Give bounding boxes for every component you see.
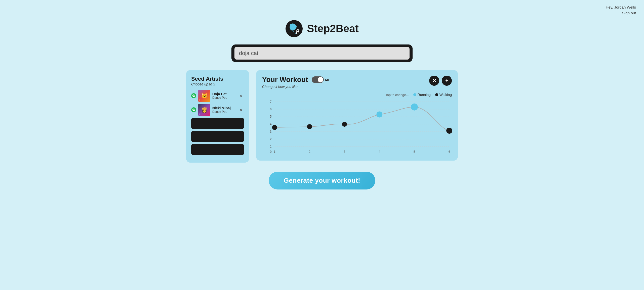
walking-label: Walking [439,93,452,97]
chart-legend: Tap to change... Running Walking [262,93,452,97]
workout-title-group: Your Workout MI Change it how you like [262,76,329,89]
app-title: Step2Beat [307,23,358,35]
running-label: Running [418,93,431,97]
artist-item-nicki: 👸 ♪ Nicki Minaj Dance Pop ✕ [191,104,244,116]
svg-text:2: 2 [309,150,310,154]
workout-title: Your Workout [262,76,308,84]
add-workout-button[interactable]: + [442,76,452,86]
app-header: Step2Beat [285,20,358,37]
artist-info-nicki: Nicki Minaj Dance Pop [212,106,236,114]
spotify-icon-doja [191,93,196,98]
top-bar: Hey, Jordan Wells Sign out [0,0,644,16]
artist-genre-nicki: Dance Pop [212,110,236,114]
seed-artists-subtitle: Choose up to 5 [191,82,244,86]
svg-text:0: 0 [270,150,272,154]
seed-artists-title: Seed Artists [191,76,244,82]
chart-point-4[interactable] [376,112,382,118]
toggle-container[interactable]: MI [312,76,329,83]
workout-actions: ✕ + [429,76,452,86]
search-wrapper [231,44,413,62]
greeting-text: Hey, Jordan Wells [606,5,636,10]
artist-genre-doja: Dance Pop [212,96,236,100]
search-container [231,44,413,62]
mi-toggle[interactable] [312,76,324,83]
search-input[interactable] [234,47,410,60]
workout-chart[interactable]: 7 6 5 4 3 2 1 0 1 2 3 4 5 6 [262,99,452,154]
chart-point-5[interactable] [411,104,418,111]
user-info: Hey, Jordan Wells Sign out [606,5,636,16]
svg-text:5: 5 [414,150,415,154]
svg-text:7: 7 [270,100,272,104]
tap-hint: Tap to change... [385,93,409,97]
app-logo-icon [285,20,303,37]
spotify-icon-nicki [191,107,196,112]
close-workout-button[interactable]: ✕ [429,76,439,86]
workout-header: Your Workout MI Change it how you like ✕… [262,76,452,89]
chart-point-2[interactable] [307,124,312,129]
remove-nicki-button[interactable]: ✕ [238,107,244,113]
generate-workout-button[interactable]: Generate your workout! [269,172,375,189]
empty-slot-2[interactable] [191,131,244,142]
svg-text:6: 6 [449,150,450,154]
walking-dot [435,93,438,96]
running-dot [413,93,416,96]
artist-info-doja: Doja Cat Dance Pop [212,92,236,100]
svg-text:2: 2 [270,137,272,141]
artist-name-doja: Doja Cat [212,92,236,96]
svg-text:3: 3 [270,130,272,133]
chart-point-3[interactable] [342,122,347,127]
svg-text:6: 6 [270,108,272,111]
artist-thumb-nicki: 👸 ♪ [198,104,210,116]
svg-text:1: 1 [274,150,275,154]
workout-title-row: Your Workout MI [262,76,329,84]
legend-running: Running [413,93,431,97]
workout-subtitle: Change it how you like [262,85,329,89]
svg-text:5: 5 [270,115,272,118]
svg-text:1: 1 [270,145,272,148]
seed-artists-panel: Seed Artists Choose up to 5 🐱 ♪ Doja Cat… [186,70,249,163]
svg-text:4: 4 [270,122,272,126]
svg-text:4: 4 [379,150,380,154]
artist-item-doja: 🐱 ♪ Doja Cat Dance Pop ✕ [191,90,244,102]
legend-walking: Walking [435,93,452,97]
toggle-label: MI [325,78,329,82]
main-content: Seed Artists Choose up to 5 🐱 ♪ Doja Cat… [186,70,458,163]
chart-area: Tap to change... Running Walking [262,93,452,155]
artist-name-nicki: Nicki Minaj [212,106,236,110]
artist-thumb-doja: 🐱 ♪ [198,90,210,102]
svg-text:3: 3 [344,150,345,154]
chart-point-6[interactable] [446,128,452,134]
chart-point-1[interactable] [272,125,277,130]
empty-slot-1[interactable] [191,118,244,129]
workout-panel: Your Workout MI Change it how you like ✕… [256,70,458,161]
remove-doja-button[interactable]: ✕ [238,93,244,99]
toggle-knob [318,77,323,82]
sign-out-link[interactable]: Sign out [606,10,636,16]
empty-slot-3[interactable] [191,144,244,155]
